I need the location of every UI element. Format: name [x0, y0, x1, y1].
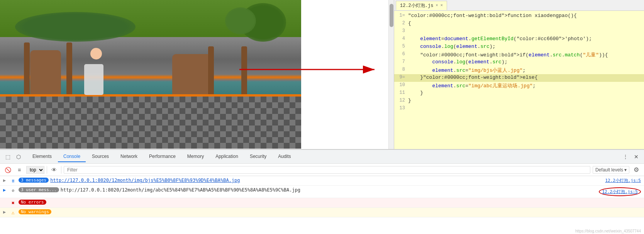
console-message-1: ▶ ≡ 3 messages http://127.0.0.1:8020/12m… [0, 176, 644, 186]
message-count-badge: 3 messages [19, 178, 49, 183]
vertical-scrollbar[interactable] [388, 0, 394, 149]
context-selector[interactable]: top [26, 166, 44, 174]
tab-performance[interactable]: Performance [144, 151, 181, 162]
code-line-4: 4 element=document.getElementById("color… [394, 36, 644, 43]
code-line-8: 8 element.src="img/bjs小蓝人.jpg"; [394, 66, 644, 74]
tab-network[interactable]: Network [115, 151, 143, 162]
line-content: console.log(element.src); [408, 44, 644, 49]
line-content: element=document.getElementById("color:#… [408, 36, 644, 42]
line-content: "color:#0000cc;font-weight:bold">if(elem… [408, 51, 644, 58]
tab-security[interactable]: Security [244, 151, 272, 162]
console-message-3: ▶ ✖ No errors [0, 198, 644, 208]
message-url-2[interactable]: http://127.0.0.1:8020/12month/img/abc%E5… [61, 187, 300, 193]
line-content: }"color:#0000cc;font-weight:bold">else{ [408, 75, 644, 80]
line-number: 2 [394, 20, 408, 26]
expand-icon-1[interactable]: ▶ [3, 178, 8, 183]
line-content: { [408, 20, 644, 26]
tab-elements[interactable]: Elements [27, 151, 57, 162]
message-source-1[interactable]: 12.2小灯泡.js:5 [601, 178, 641, 183]
chevron-down-icon: ▾ [624, 167, 627, 173]
close-devtools-icon[interactable]: ✕ [632, 152, 641, 161]
devtools-left-icons: ⬚ ⬡ [3, 152, 23, 161]
message-source-2[interactable]: 12.2小灯泡.js:5 [599, 187, 641, 196]
no-errors-badge: No errors [19, 200, 46, 205]
line-number: 9= [394, 75, 408, 80]
console-toolbar: 🚫 ≡ top 👁 Default levels ▾ ⚙ [0, 164, 644, 176]
code-line-10: 10 element.src="img/abc儿童运动场.jpg"; [394, 82, 644, 90]
line-number: 8 [394, 67, 408, 72]
devtools-right-icons: ⋮ ✕ [621, 152, 641, 161]
user-count-badge: 3 user mess... [19, 187, 59, 192]
watermark: https://blog.csdn.net/weixin_43507744 [0, 228, 644, 234]
eye-icon[interactable]: 👁 [49, 165, 59, 175]
inspect-icon[interactable]: ⬡ [14, 152, 23, 161]
code-line-1: 1="color:#0000cc;font-weight:bold">funct… [394, 12, 644, 20]
info-icon-1: ≡ [10, 178, 16, 184]
code-editor: 1="color:#0000cc;font-weight:bold">funct… [394, 11, 644, 149]
line-content: console.log(element.src); [408, 59, 644, 65]
browser-viewport [0, 0, 394, 149]
line-number: 13 [394, 105, 408, 111]
line-number: 7 [394, 59, 408, 64]
code-panel: 12.2小灯泡.js × × 1="color:#0000cc;font-wei… [394, 0, 644, 149]
console-clear-icon[interactable]: 🚫 [3, 165, 12, 175]
line-content: } [408, 90, 644, 96]
code-line-3: 3 [394, 28, 644, 36]
expand-icon-4[interactable]: ▶ [3, 209, 8, 215]
devtools-panel: ⬚ ⬡ Elements Console Sources Network Per… [0, 149, 644, 234]
default-levels-selector[interactable]: Default levels ▾ [593, 166, 629, 174]
scroll-thumb[interactable] [390, 4, 393, 27]
gear-icon[interactable]: ⚙ [632, 165, 641, 175]
divider [47, 166, 47, 174]
line-number: 6 [394, 51, 408, 57]
code-line-13: 13 [394, 105, 644, 113]
cursor-icon[interactable]: ⬚ [3, 152, 12, 161]
line-content: "color:#0000cc;font-weight:bold">functio… [408, 13, 644, 19]
code-tab-active[interactable]: 12.2小灯泡.js × × [396, 1, 447, 10]
line-number: 10 [394, 82, 408, 88]
console-messages-icon[interactable]: ≡ [15, 165, 24, 175]
playground-image [0, 0, 301, 149]
tab-application[interactable]: Application [210, 151, 244, 162]
close-tab-btn[interactable]: × [440, 3, 443, 8]
devtools-tab-bar: ⬚ ⬡ Elements Console Sources Network Per… [0, 150, 644, 164]
code-tab-icon: × [436, 3, 438, 8]
warning-icon-4: ⚠ [10, 209, 16, 215]
code-tab-bar: 12.2小灯泡.js × × [394, 0, 644, 11]
line-content: } [408, 98, 644, 103]
line-number: 3 [394, 28, 408, 34]
line-number: 4 [394, 36, 408, 41]
code-line-2: 2{ [394, 20, 644, 28]
line-content: element.src="img/abc儿童运动场.jpg"; [408, 82, 644, 89]
code-line-5: 5 console.log(element.src); [394, 43, 644, 51]
console-message-4: ▶ ⚠ No warnings [0, 208, 644, 217]
code-tab-label: 12.2小灯泡.js [400, 2, 433, 9]
tab-console[interactable]: Console [58, 151, 86, 162]
line-number: 12 [394, 98, 408, 103]
console-message-2: ▶ ⊘ 3 user mess... http://127.0.0.1:8020… [0, 186, 644, 198]
code-line-6: 6 "color:#0000cc;font-weight:bold">if(el… [394, 51, 644, 59]
error-icon-3: ✖ [10, 200, 16, 206]
no-warnings-badge: No warnings [19, 209, 51, 214]
filter-input[interactable] [64, 166, 590, 174]
code-line-9: 9= }"color:#0000cc;font-weight:bold">els… [394, 74, 644, 82]
more-icon[interactable]: ⋮ [621, 152, 630, 161]
code-line-7: 7 console.log(element.src); [394, 59, 644, 66]
tab-sources[interactable]: Sources [86, 151, 114, 162]
tab-audits[interactable]: Audits [273, 151, 296, 162]
console-messages-area: ▶ ≡ 3 messages http://127.0.0.1:8020/12m… [0, 176, 644, 228]
divider2 [61, 166, 61, 174]
line-number: 1= [394, 13, 408, 18]
message-url-1[interactable]: http://127.0.0.1:8020/12month/img/bjs%E5… [50, 178, 240, 183]
expand-icon-2[interactable]: ▶ [3, 187, 8, 193]
line-number: 5 [394, 44, 408, 49]
code-line-12: 12} [394, 97, 644, 105]
user-icon-2: ⊘ [10, 187, 16, 193]
tab-memory[interactable]: Memory [182, 151, 209, 162]
code-line-11: 11 } [394, 90, 644, 97]
line-number: 11 [394, 90, 408, 95]
line-content: element.src="img/bjs小蓝人.jpg"; [408, 67, 644, 74]
